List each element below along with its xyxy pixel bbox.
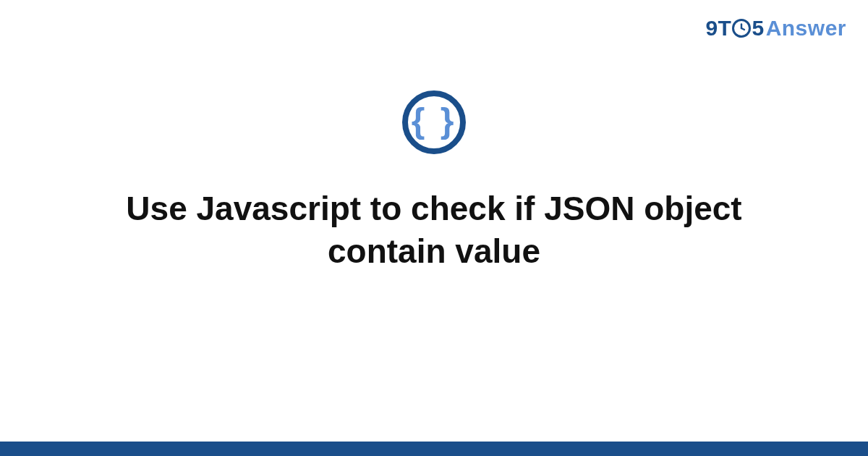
site-logo: 9 T 5 Answer [705, 16, 846, 41]
hero: { } Use Javascript to check if JSON obje… [0, 90, 868, 273]
svg-line-1 [741, 28, 744, 30]
braces-icon: { } [412, 104, 457, 138]
logo-t: T [718, 16, 732, 41]
clock-icon [732, 19, 751, 38]
logo-nine: 9 [705, 16, 718, 41]
logo-answer: Answer [766, 16, 846, 41]
logo-five: 5 [752, 16, 764, 41]
footer-bar [0, 442, 868, 456]
category-badge: { } [402, 90, 466, 154]
page-title: Use Javascript to check if JSON object c… [65, 187, 803, 273]
